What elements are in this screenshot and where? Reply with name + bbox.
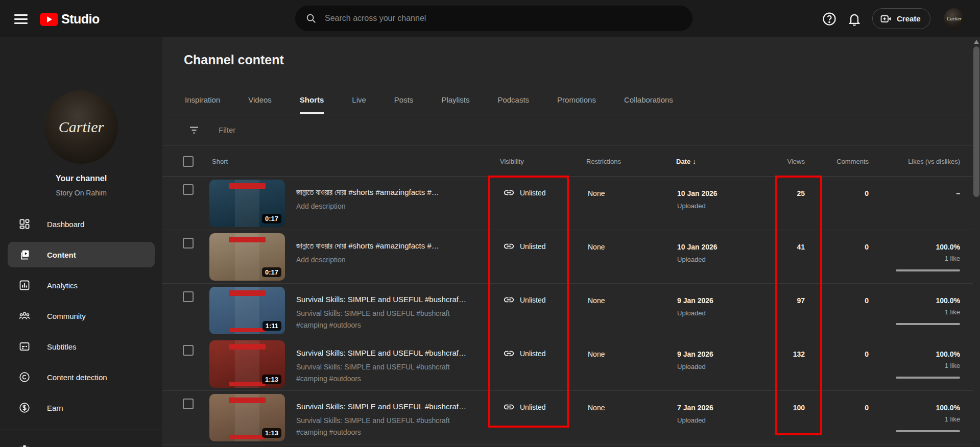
create-button[interactable]: Create [872,8,930,29]
likes-percent: 100.0% [873,404,960,412]
row-checkbox[interactable] [183,399,194,409]
sidebar-item-content[interactable]: Content [0,239,162,270]
unlisted-link-icon [503,240,515,252]
date-value: 7 Jan 2026 [677,404,713,412]
notifications-icon[interactable] [847,11,862,27]
copyright-icon [18,371,31,383]
views-value: 41 [750,243,805,251]
video-thumbnail[interactable]: 0:17 [209,180,285,227]
column-visibility[interactable]: Visibility [500,158,524,165]
video-title[interactable]: Survival Skills: SIMPLE and USEFUL #bush… [296,402,475,411]
comments-value: 0 [818,189,869,197]
sidebar-item-settings[interactable]: Settings [0,435,162,447]
video-title[interactable]: জান্নাতে যাওয়ার দোয়া #shorts #amazingf… [296,241,475,251]
table-row: 0:17 জান্নাতে যাওয়ার দোয়া #shorts #ama… [162,230,973,284]
tab-videos[interactable]: Videos [248,86,272,114]
unlisted-link-icon [503,187,515,198]
sidebar-item-content-detection[interactable]: Content detection [0,362,162,392]
visibility-cell[interactable]: Unlisted [503,294,546,306]
tab-posts[interactable]: Posts [394,86,414,114]
video-thumbnail[interactable]: 1:13 [209,340,285,388]
duration-badge: 0:17 [262,267,281,277]
analytics-icon [18,279,31,291]
date-status: Uploaded [677,256,706,263]
date-value: 10 Jan 2026 [677,189,718,197]
thumbnail-bottom-banner [229,328,265,332]
filter-bar[interactable]: Filter [162,115,973,145]
date-status: Uploaded [677,309,706,317]
video-description[interactable]: Survival Skills: SIMPLE and USEFUL #bush… [296,415,475,438]
table-row: 0:17 জান্নাতে যাওয়ার দোয়া #shorts #ama… [162,177,973,230]
scrollbar-thumb[interactable] [973,46,979,197]
community-icon [18,310,31,322]
likes-ratio-bar [896,269,960,271]
tab-inspiration[interactable]: Inspiration [185,86,220,114]
sidebar-item-earn[interactable]: Earn [0,392,162,423]
column-likes[interactable]: Likes (vs dislikes) [873,158,960,165]
tab-promotions[interactable]: Promotions [557,86,596,114]
tab-playlists[interactable]: Playlists [441,86,469,114]
sidebar-item-dashboard[interactable]: Dashboard [0,209,162,239]
thumbnail-banner [229,344,265,350]
sidebar-item-analytics[interactable]: Analytics [0,270,162,301]
row-checkbox[interactable] [183,291,194,302]
sidebar-item-subtitles[interactable]: Subtitles [0,331,162,362]
channel-avatar[interactable]: Cartier [44,90,118,164]
restrictions-value: None [588,189,605,197]
tab-podcasts[interactable]: Podcasts [497,86,529,114]
video-description[interactable]: Survival Skills: SIMPLE and USEFUL #bush… [296,308,475,331]
sidebar-divider [0,430,162,430]
column-restrictions[interactable]: Restrictions [586,158,621,165]
date-status: Uploaded [677,363,706,370]
column-comments[interactable]: Comments [818,158,869,165]
date-value: 10 Jan 2026 [677,243,718,251]
video-title[interactable]: Survival Skills: SIMPLE and USEFUL #bush… [296,349,475,357]
tab-live[interactable]: Live [352,86,366,114]
visibility-cell[interactable]: Unlisted [503,187,546,198]
video-description[interactable]: Add description [296,254,475,266]
topbar: Studio Search across your channel Create… [0,0,980,37]
sidebar-item-community[interactable]: Community [0,301,162,331]
visibility-value: Unlisted [520,350,546,358]
video-description[interactable]: Add description [296,201,475,212]
row-checkbox[interactable] [183,345,194,356]
select-all-checkbox[interactable] [183,156,194,167]
video-title[interactable]: Survival Skills: SIMPLE and USEFUL #bush… [296,295,475,304]
date-value: 9 Jan 2026 [677,350,713,358]
video-description[interactable]: Survival Skills: SIMPLE and USEFUL #bush… [296,361,475,385]
visibility-cell[interactable]: Unlisted [503,240,546,252]
views-value: 132 [750,350,805,358]
column-views[interactable]: Views [750,158,805,165]
row-checkbox[interactable] [183,238,194,249]
page-title: Channel content [184,53,284,67]
video-title[interactable]: জান্নাতে যাওয়ার দোয়া #shorts #amazingf… [296,188,475,197]
views-value: 97 [750,296,805,305]
filter-icon [188,124,200,136]
row-checkbox[interactable] [183,184,194,195]
video-thumbnail[interactable]: 0:17 [209,233,285,281]
dollar-icon [18,402,31,414]
youtube-play-icon [40,13,58,26]
thumbnail-bottom-banner [229,382,265,386]
account-avatar[interactable]: Cartier [944,8,965,29]
menu-hamburger-icon[interactable] [14,12,29,25]
visibility-cell[interactable]: Unlisted [503,401,546,413]
column-date[interactable]: Date↓ [676,158,696,165]
video-thumbnail[interactable]: 1:13 [209,394,285,441]
tab-shorts[interactable]: Shorts [300,86,324,114]
visibility-cell[interactable]: Unlisted [503,347,546,359]
tab-collaborations[interactable]: Collaborations [624,86,673,114]
unlisted-link-icon [503,294,515,306]
video-thumbnail[interactable]: 1:11 [209,287,285,334]
dashboard-icon [18,218,31,230]
sidebar: Cartier Your channel Story On Rahim Dash… [0,37,162,447]
vertical-scrollbar[interactable] [973,37,980,447]
sidebar-footer-menu: Settings Send feedback [0,435,162,447]
search-input[interactable]: Search across your channel [295,6,692,31]
scroll-up-arrow-icon[interactable] [974,40,979,44]
visibility-value: Unlisted [520,403,546,411]
help-icon[interactable] [822,11,837,27]
table-row: 1:11 Survival Skills: SIMPLE and USEFUL … [162,284,973,337]
sidebar-menu: Dashboard Content Analytics Community Su… [0,209,162,423]
youtube-studio-logo[interactable]: Studio [40,12,100,27]
